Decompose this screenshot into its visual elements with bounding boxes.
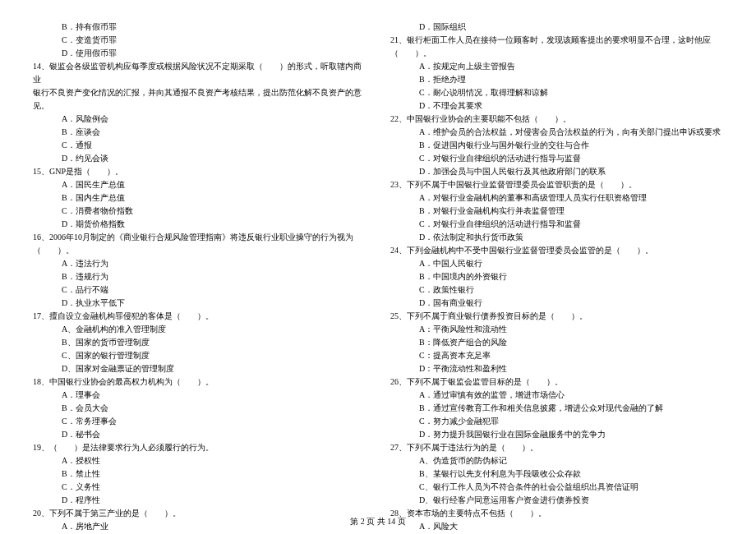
q17-stem: 17、擅自设立金融机构罪侵犯的客体是（ ）。 [33,310,366,323]
option: B．会员大会 [33,402,366,415]
q26-stem: 26、下列不属于银监会监管目标的是（ ）。 [390,375,723,389]
option: B、某银行以先支付利息为手段吸收公众存款 [390,467,723,481]
option: A．按规定向上级主管报告 [390,60,723,73]
option: D．努力提升我国银行业在国际金融服务中的竞争力 [390,428,723,441]
option: D．使用假币罪 [33,47,366,60]
option: C．努力减少金融犯罪 [390,415,723,428]
option: D、银行经客户同意运用客户资金进行债券投资 [390,494,723,507]
option: B．国内生产总值 [33,191,366,205]
q23-stem: 23、下列不属于中国银行业监督管理委员会监管职责的是（ ）。 [390,178,723,191]
option: A．违法行为 [33,257,366,270]
page-footer: 第 2 页 共 14 页 [0,516,756,527]
q16-stem: 16、2006年10月制定的《商业银行合规风险管理指南》将违反银行业职业操守的行… [33,231,366,244]
option: A．通过审慎有效的监管，增进市场信心 [390,389,723,402]
q14-stem: 14、银监会各级监管机构应每季度或根据风险状况不定期采取（ ）的形式，听取辖内商… [33,60,366,86]
option: B．拒绝办理 [390,73,723,86]
option: C．变造货币罪 [33,34,366,47]
option: B．违规行为 [33,270,366,283]
option: D．依法制定和执行货币政策 [390,231,723,244]
option: A、金融机构的准入管理制度 [33,323,366,336]
option: D．加强会员与中国人民银行及其他政府部门的联系 [390,165,723,178]
q22-stem: 22、中国银行业协会的主要职能不包括（ ）。 [390,113,723,126]
option: B：降低资产组合的风险 [390,336,723,349]
option: C、银行工作人员为不符合条件的社会公益组织出具资信证明 [390,481,723,494]
option: B．通过宣传教育工作和相关信息披露，增进公众对现代金融的了解 [390,402,723,415]
option: C、国家的银行管理制度 [33,349,366,362]
option: D．不理会其要求 [390,99,723,113]
option: A．国民生产总值 [33,178,366,191]
option: B．座谈会 [33,126,366,139]
option: C．政策性银行 [390,283,723,297]
q24-stem: 24、下列金融机构中不受中国银行业监督管理委员会监管的是（ ）。 [390,244,723,257]
option: A．授权性 [33,454,366,467]
option: A．维护会员的合法权益，对侵害会员合法权益的行为，向有关部门提出申诉或要求 [390,126,723,139]
q21-stem: 21、银行柜面工作人员在接待一位顾客时，发现该顾客提出的要求明显不合理，这时他应 [390,34,723,47]
option: C．义务性 [33,481,366,494]
right-column: D．国际组织 21、银行柜面工作人员在接待一位顾客时，发现该顾客提出的要求明显不… [390,21,723,489]
option: B．禁止性 [33,467,366,481]
option: D．国有商业银行 [390,297,723,310]
option: A．理事会 [33,389,366,402]
option: B．对银行业金融机构实行并表监督管理 [390,205,723,218]
option: A、伪造货币的防伪标记 [390,454,723,467]
option: D、国家对金融票证的管理制度 [33,362,366,375]
option: C．品行不端 [33,283,366,297]
option: D．国际组织 [390,21,723,34]
q18-stem: 18、中国银行业协会的最高权力机构为（ ）。 [33,375,366,389]
left-column: B．持有假币罪 C．变造货币罪 D．使用假币罪 14、银监会各级监管机构应每季度… [33,21,366,489]
option: B、国家的货币管理制度 [33,336,366,349]
option: B．中国境内的外资银行 [390,270,723,283]
option: C．通报 [33,139,366,152]
q27-stem: 27、下列不属于违法行为的是（ ）。 [390,441,723,454]
option: D．约见会谈 [33,152,366,165]
q16-stem-cont: （ ）。 [33,244,366,257]
q14-stem-cont: 银行不良资产变化情况的汇报，并向其通报不良资产考核结果，提出防范化解不良资产的意… [33,86,366,113]
option: A：平衡风险性和流动性 [390,323,723,336]
option: B．持有假币罪 [33,21,366,34]
option: C．消费者物价指数 [33,205,366,218]
option: D．期货价格指数 [33,218,366,231]
option: A．风险例会 [33,113,366,126]
q21-stem-cont: （ ）。 [390,47,723,60]
option: A．中国人民银行 [390,257,723,270]
q25-stem: 25、下列不属于商业银行债券投资目标的是（ ）。 [390,310,723,323]
option: D：平衡流动性和盈利性 [390,362,723,375]
option: C．对银行业自律组织的活动进行指导和监督 [390,218,723,231]
option: A．对银行业金融机构的董事和高级管理人员实行任职资格管理 [390,191,723,205]
q15-stem: 15、GNP是指（ ）。 [33,165,366,178]
exam-page-content: B．持有假币罪 C．变造货币罪 D．使用假币罪 14、银监会各级监管机构应每季度… [0,0,756,501]
option: C．耐心说明情况，取得理解和谅解 [390,86,723,99]
q19-stem: 19、（ ）是法律要求行为人必须履行的行为。 [33,441,366,454]
option: C：提高资本充足率 [390,349,723,362]
option: C．对银行业自律组织的活动进行指导与监督 [390,152,723,165]
option: D．执业水平低下 [33,297,366,310]
option: C．常务理事会 [33,415,366,428]
option: D．秘书会 [33,428,366,441]
option: B．促进国内银行业与国外银行业的交往与合作 [390,139,723,152]
option: D．程序性 [33,494,366,507]
